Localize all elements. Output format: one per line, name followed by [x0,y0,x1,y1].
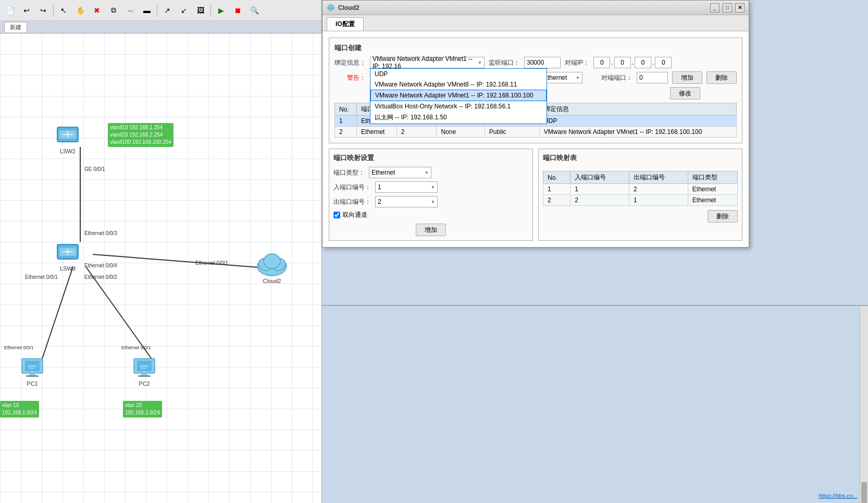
delete-button[interactable]: ✖ [89,3,105,18]
dialog-tabs: IO配置 [323,15,749,31]
network-canvas[interactable]: LSW2 vlanif10 192.168.1.254 vlanif20 192… [0,33,321,503]
pc1-icon [21,357,44,379]
port-mapping-settings: 端口映射设置 端口类型： Ethernet ▼ 入端口编号： 1 [329,149,533,241]
tab-new[interactable]: 新建 [4,22,27,32]
new-button[interactable]: 📄 [2,3,18,18]
port-eth001-cloud: Ethernet 0/0/1 [195,260,228,266]
pc2-icon [133,357,156,379]
redo-button[interactable]: ↪ [35,3,51,18]
row1-no: 1 [335,116,357,127]
option-vmnet1[interactable]: VMware Network Adapter VMnet1 -- IP: 192… [370,90,547,101]
copy-button[interactable]: ⧉ [106,3,121,18]
map-row1-out: 2 [629,184,688,195]
cloud2-dialog: Cloud2 _ □ ✕ IO配置 端口创建 绑定信息： [322,0,749,248]
svg-rect-20 [141,373,147,375]
row2-udp: None [437,127,485,138]
out-port-dropdown[interactable]: 2 ▼ [375,196,438,207]
col-no: No. [335,103,357,116]
tab-io-config[interactable]: IO配置 [327,17,364,31]
zoom-button[interactable]: 🔍 [246,3,262,18]
svg-point-31 [329,4,333,8]
map-row1-no: 1 [543,184,571,195]
vlan10-line1: vlan 10 [2,402,37,409]
dialog-minimize[interactable]: _ [710,3,720,13]
dialog-close[interactable]: ✕ [735,3,745,13]
node-pc1[interactable]: PC1 [21,357,44,387]
pan-button[interactable]: ✋ [72,3,88,18]
delete-port-button[interactable]: 删除 [706,71,737,84]
cloud2-label: Cloud2 [255,278,289,284]
select-button[interactable]: ↖ [56,3,71,18]
peer-ip-input: . . . [593,57,672,68]
port-type-dropdown-top[interactable]: Ethernet ▼ [541,72,582,83]
mapping-type-dropdown[interactable]: Ethernet ▼ [369,167,431,178]
map-col-in: 入端口编号 [571,171,629,184]
mapping-table-title: 端口映射表 [543,153,577,163]
option-udp[interactable]: UDP [370,69,547,79]
dialog-restore[interactable]: □ [723,3,732,13]
ip-part3[interactable] [635,57,651,68]
info-line2: vlanif20 192.168.2.254 [110,131,171,139]
bidirectional-checkbox[interactable] [333,212,340,218]
table-row[interactable]: 1 1 2 Ethernet [543,184,738,195]
dialog-main-content: 端口创建 绑定信息： VMware Network Adapter VMnet1… [323,31,749,247]
map-row2-type: Ethernet [688,195,737,206]
modify-button[interactable]: 修改 [670,87,700,100]
ip-part4[interactable] [655,57,672,68]
scroll-thumb[interactable] [861,482,867,503]
vlan20-line2: 192.168.2.0/24 [125,409,160,416]
option-vbox[interactable]: VirtualBox Host-Only Network -- IP: 192.… [370,101,547,112]
mapping-type-value: Ethernet [371,169,395,176]
svg-rect-15 [26,375,39,377]
map-row2-in: 2 [571,195,629,206]
lsw2-label: LSW2 [55,148,80,154]
mapping-table: No. 入端口编号 出端口编号 端口类型 1 1 2 [543,171,738,206]
bind-dropdown[interactable]: VMware Network Adapter VMnet1 -- IP: 192… [370,57,485,68]
add-mapping-button[interactable]: 增加 [416,224,446,236]
listen-port-input[interactable] [524,57,561,68]
port-eth001-pc1: Ethernet 0/0/1 [4,345,34,350]
port-eth003: Ethernet 0/0/3 [84,230,117,236]
out-port-value: 2 [378,198,381,205]
vlan20-line1: vlan 20 [125,402,160,409]
link-button[interactable]: ↗ [159,3,175,18]
table-row[interactable]: 2 2 1 Ethernet [543,195,738,206]
map-row1-type: Ethernet [688,184,737,195]
ip-part2[interactable] [614,57,631,68]
link-text[interactable]: https://bbs.co... [819,493,858,499]
port-create-section: 端口创建 绑定信息： VMware Network Adapter VMnet1… [329,38,742,143]
row2-num: 2 [396,127,437,138]
row1-bind: UDP [539,116,736,127]
delete-mapping-button[interactable]: 删除 [708,210,738,223]
bidirectional-label: 双向通道 [342,211,367,219]
table-row[interactable]: 2 Ethernet 2 None Public VMware Network … [335,127,737,138]
in-port-value: 1 [378,183,381,191]
in-port-dropdown[interactable]: 1 ▼ [375,181,438,193]
peer-port-input[interactable] [637,72,668,83]
comment-button[interactable]: ··· [122,3,138,18]
out-port-row: 出端口编号： 2 ▼ [333,196,528,207]
row2-status: Public [485,127,539,138]
image-button[interactable]: 🖼 [193,3,208,18]
stop-button[interactable]: ⏹ [230,3,245,18]
pc2-label: PC2 [133,381,156,387]
node-lsw3[interactable]: LSW3 [55,239,80,272]
node-pc2[interactable]: PC2 [133,357,156,387]
dialog-titlebar: Cloud2 _ □ ✕ [323,1,749,15]
bind-dropdown-menu: UDP VMware Network Adapter VMnet8 -- IP:… [370,68,547,124]
rect-button[interactable]: ▬ [139,3,155,18]
scrollbar[interactable] [860,306,868,503]
node-cloud2[interactable]: Cloud2 [255,250,289,284]
undo-button[interactable]: ↩ [19,3,34,18]
out-port-label: 出端口编号： [333,198,371,206]
svg-line-1 [93,254,266,268]
ip-part1[interactable] [593,57,610,68]
node-lsw2[interactable]: LSW2 [55,122,80,154]
map-row1-in: 1 [571,184,629,195]
play-button[interactable]: ▶ [213,3,229,18]
add-port-button[interactable]: 增加 [672,71,702,84]
option-eth[interactable]: 以太网 -- IP: 192.168.1.50 [370,112,547,124]
option-vmnet8[interactable]: VMware Network Adapter VMnet8 -- IP: 192… [370,79,547,90]
warning-label: 警告： [334,73,366,82]
link2-button[interactable]: ↙ [176,3,192,18]
